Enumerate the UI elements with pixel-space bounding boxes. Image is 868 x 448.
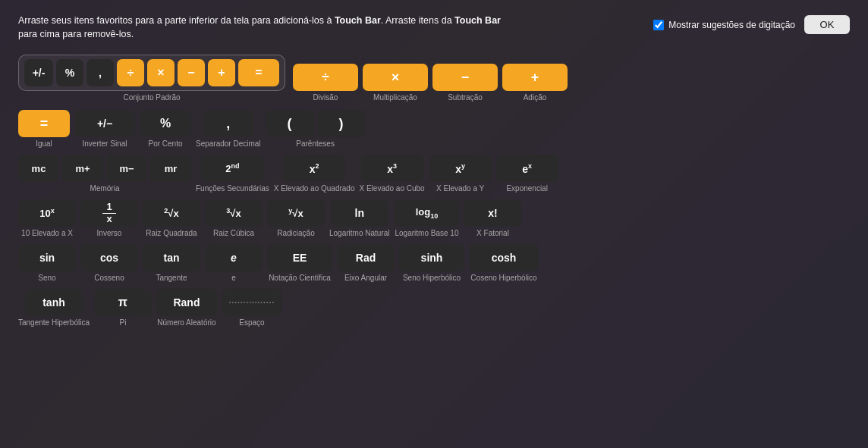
- btn-ln[interactable]: ln: [331, 199, 388, 227]
- btn-xy[interactable]: xy: [429, 155, 492, 182]
- btn-sqrt[interactable]: 2√x: [143, 199, 200, 227]
- btn-rad[interactable]: Rad: [337, 244, 395, 271]
- btn-x3[interactable]: x3: [361, 155, 423, 182]
- btn-percent[interactable]: %: [140, 110, 191, 137]
- btn-decimal-group: , Separador Decimal: [196, 110, 261, 149]
- btn-x3-group: x3 X Elevado ao Cubo: [359, 155, 424, 193]
- suggestions-checkbox[interactable]: [653, 20, 664, 30]
- btn-x2-group: x2 X Elevado ao Quadrado: [274, 155, 355, 193]
- btn-yroot[interactable]: y√x: [267, 199, 325, 227]
- btn-tanh-group: tanh Tangente Hiperbólica: [18, 289, 90, 327]
- btn-xy-label: X Elevado a Y: [436, 184, 484, 193]
- btn-mul-conjunto[interactable]: ×: [147, 59, 175, 86]
- suggestions-checkbox-label[interactable]: Mostrar sugestões de digitação: [653, 20, 795, 30]
- btn-percent-group: % Por Cento: [140, 110, 191, 149]
- btn-pi[interactable]: π: [94, 289, 152, 316]
- btn-division[interactable]: ÷: [293, 64, 358, 91]
- content: +/- % , ÷ × −: [18, 55, 850, 327]
- btn-addition[interactable]: +: [502, 64, 568, 91]
- btn-2nd[interactable]: 2nd: [201, 155, 263, 182]
- btn-10x[interactable]: 10x: [18, 199, 76, 227]
- btn-percent-conjunto[interactable]: %: [56, 59, 83, 86]
- btn-div-conjunto[interactable]: ÷: [117, 59, 144, 86]
- btn-x2[interactable]: x2: [283, 155, 345, 182]
- ok-button[interactable]: OK: [804, 15, 850, 34]
- touchbar-customizer: Arraste seus itens favoritos para a part…: [0, 0, 868, 448]
- btn-log10[interactable]: log10: [394, 199, 459, 227]
- btn-mc[interactable]: mc: [18, 155, 59, 182]
- btn-equals-group: = Igual: [18, 110, 70, 149]
- btn-cosh[interactable]: cosh: [469, 244, 539, 271]
- btn-log10-group: log10 Logaritmo Base 10: [394, 199, 459, 238]
- btn-space[interactable]: ················: [222, 289, 282, 316]
- btn-rand-group: Rand Número Aleatório: [156, 289, 217, 327]
- btn-close-paren[interactable]: ): [317, 110, 366, 137]
- btn-sinh-label: Seno Hiperbólico: [403, 274, 461, 283]
- btn-ee[interactable]: EE: [267, 244, 332, 271]
- btn-cos[interactable]: cos: [80, 244, 138, 271]
- btn-ex[interactable]: ex: [496, 155, 558, 182]
- btn-factorial[interactable]: x!: [464, 199, 521, 227]
- btn-addition-label: Adição: [524, 93, 547, 102]
- btn-rand-label: Número Aleatório: [157, 318, 215, 327]
- btn-memory-label: Memória: [90, 184, 120, 193]
- btn-mplus[interactable]: m+: [62, 155, 103, 182]
- btn-cbrt-label: Raiz Cúbica: [213, 229, 254, 238]
- btn-cosh-label: Coseno Hiperbólico: [470, 274, 536, 283]
- btn-tanh[interactable]: tanh: [25, 289, 83, 316]
- btn-addition-group: + Adição: [502, 64, 568, 102]
- btn-10x-group: 10x 10 Elevado a X: [18, 199, 76, 238]
- btn-equals-label: Igual: [36, 139, 52, 149]
- btn-sub-conjunto[interactable]: −: [178, 59, 205, 86]
- btn-sinh[interactable]: sinh: [399, 244, 464, 271]
- btn-open-paren[interactable]: (: [266, 110, 314, 137]
- suggestions-label: Mostrar sugestões de digitação: [668, 20, 795, 30]
- conjunto-label: Conjunto Padrão: [123, 93, 180, 102]
- btn-subtraction-group: − Subtração: [432, 64, 498, 102]
- btn-yroot-group: y√x Radiciação: [267, 199, 325, 238]
- btn-cbrt-group: 3√x Raiz Cúbica: [205, 199, 263, 238]
- btn-multiplication[interactable]: ×: [363, 64, 428, 91]
- btn-cbrt[interactable]: 3√x: [205, 199, 263, 227]
- btn-decimal[interactable]: ,: [203, 110, 254, 137]
- btn-10x-label: 10 Elevado a X: [21, 229, 73, 238]
- btn-tan[interactable]: tan: [143, 244, 200, 271]
- btn-cos-group: cos Cosseno: [80, 244, 138, 283]
- btn-e[interactable]: e: [205, 244, 263, 271]
- btn-subtraction-label: Subtração: [448, 93, 483, 102]
- btn-ln-label: Logaritmo Natural: [329, 229, 389, 238]
- btn-inv[interactable]: 1x: [80, 199, 138, 227]
- btn-sqrt-label: Raiz Quadrada: [146, 229, 197, 238]
- btn-rad-group: Rad Eixo Angular: [337, 244, 395, 283]
- btn-tan-label: Tangente: [156, 274, 187, 283]
- btn-rand[interactable]: Rand: [156, 289, 217, 316]
- btn-ee-label: Notação Científica: [269, 274, 331, 283]
- btn-equals[interactable]: =: [18, 110, 70, 137]
- btn-pi-label: Pi: [120, 318, 127, 327]
- btn-comma-conjunto[interactable]: ,: [86, 59, 114, 86]
- btn-ee-group: EE Notação Científica: [267, 244, 332, 283]
- btn-xy-group: xy X Elevado a Y: [429, 155, 492, 193]
- btn-x3-label: X Elevado ao Cubo: [359, 184, 424, 193]
- header-controls: Mostrar sugestões de digitação OK: [653, 15, 850, 34]
- btn-multiplication-label: Multiplicação: [373, 93, 417, 102]
- btn-parens-group: ( ) Parênteses: [266, 110, 366, 149]
- btn-mminus[interactable]: m−: [106, 155, 147, 182]
- btn-equals-conjunto[interactable]: =: [238, 59, 279, 86]
- btn-e-group: e e: [205, 244, 263, 283]
- btn-ex-label: Exponencial: [506, 184, 547, 193]
- btn-mr[interactable]: mr: [150, 155, 191, 182]
- btn-subtraction[interactable]: −: [432, 64, 498, 91]
- btn-log10-label: Logaritmo Base 10: [395, 229, 459, 238]
- btn-inv-label: Inverso: [97, 229, 122, 238]
- btn-2nd-label: Funções Secundárias: [196, 184, 269, 193]
- header-description: Arraste seus itens favoritos para a part…: [18, 14, 641, 41]
- btn-add-conjunto[interactable]: +: [208, 59, 235, 86]
- btn-sin-group: sin Seno: [18, 244, 76, 283]
- btn-e-label: e: [231, 274, 236, 283]
- btn-invert[interactable]: +/−: [74, 110, 135, 137]
- btn-toggle-sign-conjunto[interactable]: +/-: [24, 59, 53, 86]
- btn-x2-label: X Elevado ao Quadrado: [274, 184, 355, 193]
- btn-sin[interactable]: sin: [18, 244, 76, 271]
- btn-factorial-label: X Fatorial: [476, 229, 509, 238]
